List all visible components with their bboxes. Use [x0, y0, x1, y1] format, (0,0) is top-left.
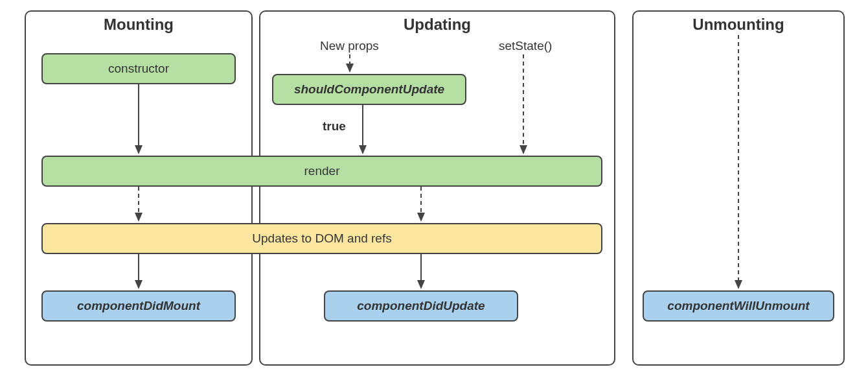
box-component-will-unmount-label: componentWillUnmount: [667, 299, 809, 313]
panel-title-updating: Updating: [260, 16, 614, 34]
box-render-label: render: [304, 164, 340, 178]
panel-title-mounting: Mounting: [26, 16, 251, 34]
label-true: true: [323, 119, 346, 134]
box-constructor: constructor: [41, 53, 236, 84]
box-component-did-mount: componentDidMount: [41, 290, 236, 322]
panel-title-unmounting: Unmounting: [634, 16, 843, 34]
box-component-did-mount-label: componentDidMount: [77, 299, 200, 313]
box-updates-dom: Updates to DOM and refs: [41, 223, 602, 254]
box-component-will-unmount: componentWillUnmount: [643, 290, 834, 322]
box-component-did-update-label: componentDidUpdate: [357, 299, 485, 313]
box-updates-dom-label: Updates to DOM and refs: [252, 231, 391, 246]
label-new-props: New props: [320, 39, 379, 53]
label-setstate: setState(): [499, 39, 552, 53]
box-should-component-update: shouldComponentUpdate: [272, 74, 466, 105]
box-component-did-update: componentDidUpdate: [324, 290, 518, 322]
box-render: render: [41, 156, 602, 187]
box-should-component-update-label: shouldComponentUpdate: [294, 82, 444, 97]
box-constructor-label: constructor: [108, 62, 169, 76]
